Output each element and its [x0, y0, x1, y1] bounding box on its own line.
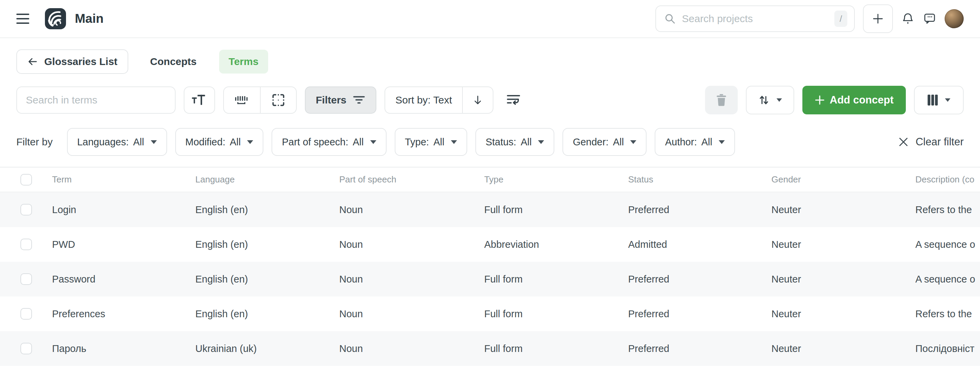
table-header-row: Term Language Part of speech Type Status… [0, 167, 980, 192]
table-row[interactable]: Preferences English (en) Noun Full form … [0, 297, 980, 331]
cell-type: Full form [484, 192, 628, 227]
filter-name: Type: [405, 137, 429, 148]
trash-icon [716, 94, 727, 106]
filter-name: Author: [665, 137, 697, 148]
back-to-glossaries-button[interactable]: Glossaries List [16, 49, 128, 74]
filter-part-of-speech[interactable]: Part of speech: All [272, 128, 386, 156]
exact-match-button[interactable] [260, 87, 296, 113]
wrap-lines-button[interactable] [501, 86, 525, 114]
column-header-term[interactable]: Term [52, 167, 195, 191]
cell-description: Послідовніст [915, 331, 980, 366]
filter-by-label: Filter by [16, 136, 53, 148]
cell-language: English (en) [195, 297, 339, 331]
filter-name: Languages: [77, 137, 129, 148]
add-concept-label: Add concept [830, 94, 894, 106]
terms-table: Term Language Part of speech Type Status… [0, 167, 980, 366]
column-header-language[interactable]: Language [195, 167, 339, 191]
cell-language: English (en) [195, 192, 339, 227]
cell-part-of-speech: Noun [339, 297, 484, 331]
tab-concepts[interactable]: Concepts [150, 56, 197, 67]
filter-type[interactable]: Type: All [395, 128, 467, 156]
sort-direction-button[interactable] [462, 87, 493, 113]
filter-value: All [434, 137, 444, 148]
column-header-status[interactable]: Status [628, 167, 772, 191]
column-header-part-of-speech[interactable]: Part of speech [339, 167, 484, 191]
cell-type: Full form [484, 297, 628, 331]
row-checkbox[interactable] [21, 308, 32, 320]
table-row[interactable]: Password English (en) Noun Full form Pre… [0, 262, 980, 297]
cell-language: Ukrainian (uk) [195, 331, 339, 366]
chevron-down-icon [719, 140, 725, 144]
sort-split-button: Sort by: Text [385, 86, 493, 114]
filter-value: All [613, 137, 624, 148]
filter-gender[interactable]: Gender: All [563, 128, 646, 156]
exact-match-icon [272, 93, 285, 107]
filter-author[interactable]: Author: All [655, 128, 735, 156]
cell-language: English (en) [195, 262, 339, 297]
table-row[interactable]: Login English (en) Noun Full form Prefer… [0, 192, 980, 227]
filter-value: All [133, 137, 144, 148]
hamburger-menu-icon[interactable] [16, 14, 29, 24]
sort-by-button[interactable]: Sort by: Text [385, 87, 462, 113]
table-row[interactable]: PWD English (en) Noun Abbreviation Admit… [0, 227, 980, 262]
search-projects-input[interactable] [682, 13, 828, 24]
column-header-description[interactable]: Description (co [915, 167, 980, 191]
filter-modified[interactable]: Modified: All [175, 128, 264, 156]
cell-gender: Neuter [772, 192, 915, 227]
chevron-down-icon [630, 140, 636, 144]
page-title: Main [75, 11, 103, 26]
tab-terms[interactable]: Terms [219, 50, 268, 73]
messages-chat-icon[interactable] [923, 12, 937, 26]
cell-type: Full form [484, 262, 628, 297]
search-projects-box[interactable]: / [655, 5, 855, 32]
filter-name: Modified: [185, 137, 226, 148]
filter-languages[interactable]: Languages: All [67, 128, 167, 156]
row-checkbox[interactable] [21, 343, 32, 354]
row-checkbox[interactable] [21, 273, 32, 285]
table-row[interactable]: Пароль Ukrainian (uk) Noun Full form Pre… [0, 331, 980, 366]
filter-value: All [520, 137, 531, 148]
match-case-button[interactable] [184, 86, 215, 114]
search-in-terms-input[interactable] [16, 86, 176, 114]
notifications-bell-icon[interactable] [901, 12, 915, 26]
match-case-icon [192, 94, 207, 107]
create-project-button[interactable] [863, 5, 893, 33]
search-icon [664, 13, 676, 24]
cell-term: Preferences [52, 297, 195, 331]
user-avatar[interactable] [945, 9, 964, 28]
row-checkbox[interactable] [21, 239, 32, 250]
chevron-down-icon [945, 98, 950, 102]
delete-button[interactable] [705, 86, 738, 114]
arrows-up-down-icon [758, 94, 770, 106]
filter-value: All [230, 137, 240, 148]
filters-button[interactable]: Filters [305, 86, 376, 114]
top-bar: Main / [0, 0, 980, 38]
filter-name: Status: [485, 137, 516, 148]
column-header-gender[interactable]: Gender [772, 167, 915, 191]
cell-description: A sequence o [915, 227, 980, 262]
column-header-type[interactable]: Type [484, 167, 628, 191]
chevron-down-icon [451, 140, 457, 144]
cell-description: A sequence o [915, 262, 980, 297]
cell-gender: Neuter [772, 331, 915, 366]
cell-description: Refers to the [915, 192, 980, 227]
columns-icon [927, 95, 938, 105]
chevron-down-icon [370, 140, 376, 144]
select-all-checkbox[interactable] [21, 174, 32, 185]
clear-filter-label: Clear filter [916, 136, 964, 148]
filter-name: Gender: [573, 137, 608, 148]
filter-status[interactable]: Status: All [476, 128, 555, 156]
chevron-down-icon [247, 140, 253, 144]
cell-status: Preferred [628, 192, 772, 227]
clear-filter-button[interactable]: Clear filter [898, 136, 964, 148]
cell-part-of-speech: Noun [339, 331, 484, 366]
add-concept-button[interactable]: Add concept [802, 86, 906, 114]
row-checkbox[interactable] [21, 204, 32, 215]
filter-lines-icon [353, 95, 366, 105]
cell-part-of-speech: Noun [339, 262, 484, 297]
whole-word-button[interactable] [224, 87, 260, 113]
filter-name: Part of speech: [282, 137, 348, 148]
columns-settings-button[interactable] [914, 86, 964, 114]
import-export-button[interactable] [746, 86, 794, 114]
crowdin-logo[interactable] [45, 8, 66, 29]
